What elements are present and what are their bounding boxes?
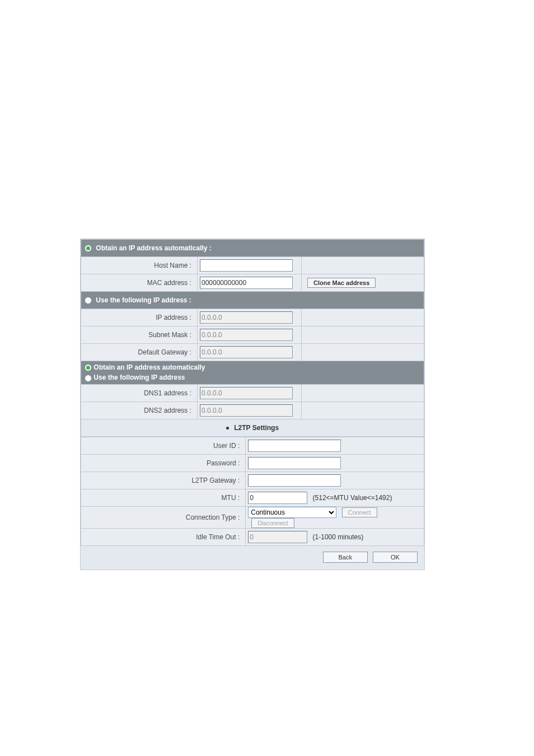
ip-address-input[interactable] [200,311,293,324]
back-button[interactable]: Back [323,552,368,563]
idle-timeout-label: Idle Time Out : [81,528,246,545]
ip-mode-static-label: Use the following IP address : [96,296,191,304]
user-id-label: User ID : [81,437,246,454]
mtu-input[interactable] [248,492,307,504]
password-input[interactable] [248,457,341,469]
dns1-label: DNS1 address : [81,384,198,402]
dns1-input[interactable] [200,387,293,399]
ip-config-table: Obtain an IP address automatically : Hos… [81,239,424,437]
connection-type-label: Connection Type : [81,506,246,528]
default-gateway-input[interactable] [200,346,293,358]
ip-address-label: IP address : [81,309,198,326]
connection-type-select[interactable]: Continuous [248,507,336,518]
ip-mode-auto-label: Obtain an IP address automatically : [96,244,212,252]
bullet-icon [226,427,229,430]
host-name-extra [302,257,424,274]
host-name-input[interactable] [200,259,293,272]
footer-buttons: Back OK [81,546,424,570]
password-label: Password : [81,454,246,472]
dns-mode-static-label: Use the following IP address [93,374,185,381]
dns-mode-static-radio[interactable] [85,375,92,382]
dns2-label: DNS2 address : [81,402,198,419]
l2tp-gateway-input[interactable] [248,474,341,487]
mac-address-input[interactable] [200,277,293,289]
dns-mode-auto-label: Obtain an IP address automatically [93,363,205,371]
ip-mode-auto-row[interactable]: Obtain an IP address automatically : [81,240,424,257]
mtu-label: MTU : [81,489,246,506]
subnet-mask-label: Subnet Mask : [81,326,198,344]
ok-button[interactable]: OK [373,552,418,563]
idle-timeout-input[interactable] [248,531,307,543]
mtu-hint: (512<=MTU Value<=1492) [313,494,392,502]
dns-mode-header: Obtain an IP address automatically Use t… [81,361,424,385]
host-name-label: Host Name : [81,257,198,274]
l2tp-gateway-label: L2TP Gateway : [81,472,246,489]
dns-mode-auto-radio[interactable] [85,364,92,371]
idle-timeout-hint: (1-1000 minutes) [313,533,364,541]
l2tp-table: User ID : Password : L2TP Gateway : MTU … [81,437,424,546]
ip-mode-auto-radio[interactable] [85,245,92,252]
default-gateway-label: Default Gateway : [81,344,198,361]
user-id-input[interactable] [248,440,341,452]
l2tp-section-title: L2TP Settings [234,424,279,432]
disconnect-button[interactable]: Disconnect [251,518,294,528]
connect-button[interactable]: Connect [342,507,377,517]
clone-mac-button[interactable]: Clone Mac address [307,278,376,288]
subnet-mask-input[interactable] [200,329,293,341]
mac-address-label: MAC address : [81,274,198,292]
ip-mode-static-row[interactable]: Use the following IP address : [81,292,424,309]
l2tp-section-title-row: L2TP Settings [81,419,424,436]
ip-mode-static-radio[interactable] [85,297,92,304]
dns2-input[interactable] [200,404,293,417]
